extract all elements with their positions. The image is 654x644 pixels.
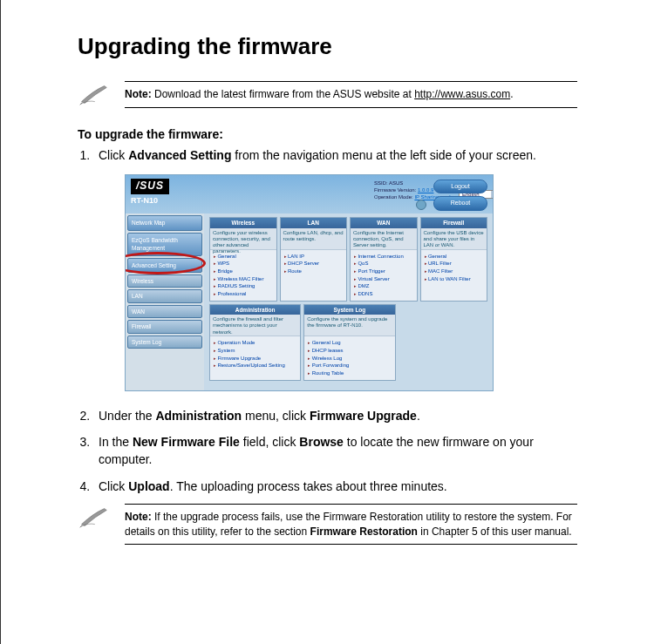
model-text: RT-N10	[131, 195, 199, 207]
note-block-2: Note: If the upgrade process fails, use …	[78, 504, 577, 546]
panel-lan: LAN Configure LAN, dhcp, and route setti…	[280, 217, 348, 302]
document-page: Upgrading the firmware Note: Download th…	[0, 0, 654, 644]
step-1: Click Advanced Setting from the navigati…	[93, 146, 577, 391]
sidebar-item-lan[interactable]: LAN	[127, 289, 202, 302]
step-4: Click Upload. The uploading process take…	[93, 478, 577, 495]
sidebar-item-firewall[interactable]: Firewall	[127, 320, 202, 333]
pen-icon	[78, 81, 109, 110]
router-sidebar: Network Map EzQoS Bandwidth Management A…	[126, 214, 204, 390]
router-topbar: /SUS RT-N10 SSID: ASUS Firmware Version:…	[126, 175, 493, 214]
panel-syslog-list: General Log DHCP leases Wireless Log Por…	[304, 336, 394, 379]
panel-wan-list: Internet Connection QoS Port Trigger Vir…	[351, 250, 417, 301]
router-logo: /SUS RT-N10	[131, 179, 199, 206]
step-2: Under the Administration menu, click Fir…	[93, 407, 577, 424]
brand-text: /SUS	[131, 179, 169, 193]
top-buttons: Logout Reboot	[433, 180, 487, 213]
panel-admin-list: Operation Mode System Firmware Upgrade R…	[210, 336, 300, 372]
note-label: Note:	[125, 88, 152, 100]
note-text-2: Note: If the upgrade process fails, use …	[125, 504, 577, 546]
sidebar-item-wan[interactable]: WAN	[127, 305, 202, 318]
asus-link[interactable]: http://www.asus.com	[414, 88, 510, 100]
sidebar-item-wireless[interactable]: Wireless	[127, 275, 202, 288]
router-screenshot: /SUS RT-N10 SSID: ASUS Firmware Version:…	[125, 174, 577, 390]
router-main: Wireless Configure your wireless connect…	[204, 214, 493, 390]
logout-button[interactable]: Logout	[433, 180, 487, 193]
panel-wan: WAN Configure the Internet connection, Q…	[350, 217, 418, 302]
sidebar-item-adv[interactable]: Advanced Setting	[127, 258, 202, 273]
sidebar-item-ezqos[interactable]: EzQoS Bandwidth Management	[127, 233, 202, 256]
note-tail: .	[510, 88, 513, 100]
pen-icon	[78, 504, 109, 532]
sidebar-item-netmap[interactable]: Network Map	[127, 215, 202, 230]
panel-wireless: Wireless Configure your wireless connect…	[209, 217, 277, 302]
note-label: Note:	[125, 511, 152, 523]
section-intro: To upgrade the firmware:	[78, 127, 577, 141]
panel-syslog: System Log Configure the system and upgr…	[303, 304, 395, 381]
step-3: In the New Firmware File field, click Br…	[93, 433, 577, 469]
steps-list: Click Advanced Setting from the navigati…	[93, 146, 577, 495]
note-text: Note: Download the latest firmware from …	[125, 81, 577, 108]
panel-wireless-list: General WPS Bridge Wireless MAC Filter R…	[210, 250, 276, 301]
reboot-button[interactable]: Reboot	[433, 196, 487, 210]
panel-firewall-list: General URL Filter MAC Filter LAN to WAN…	[421, 250, 487, 286]
panel-lan-list: LAN IP DHCP Server Route	[281, 250, 347, 278]
panel-spacer	[399, 304, 490, 381]
router-ui: /SUS RT-N10 SSID: ASUS Firmware Version:…	[125, 174, 494, 390]
router-body: Network Map EzQoS Bandwidth Management A…	[126, 214, 493, 390]
panel-row-1: Wireless Configure your wireless connect…	[209, 217, 487, 302]
panel-firewall: Firewall Configure the USB device and sh…	[420, 217, 488, 302]
chevron-down-icon: ▾	[491, 191, 494, 199]
note-content: Download the latest firmware from the AS…	[152, 88, 414, 100]
panel-admin: Administration Configure the firewall an…	[209, 304, 301, 381]
sidebar-item-syslog[interactable]: System Log	[127, 336, 202, 349]
note-block-1: Note: Download the latest firmware from …	[78, 81, 577, 110]
page-title: Upgrading the firmware	[78, 33, 577, 60]
fw-link[interactable]: 1.0.0.9	[418, 187, 433, 193]
globe-icon	[416, 200, 426, 210]
panel-row-2: Administration Configure the firewall an…	[209, 304, 487, 381]
